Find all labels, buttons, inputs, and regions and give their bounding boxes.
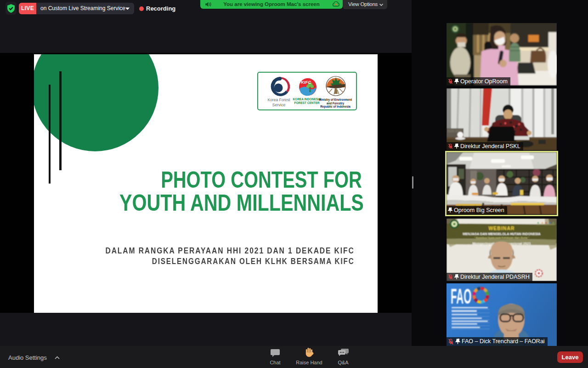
svg-text:KOREA INDONESIA: KOREA INDONESIA — [293, 98, 321, 101]
svg-text:KIFC: KIFC — [301, 80, 311, 85]
svg-text:▲: ▲ — [552, 221, 555, 224]
svg-text:▲: ▲ — [544, 221, 548, 224]
svg-text:FAO: FAO — [451, 284, 471, 308]
svg-text:WEBINAR: WEBINAR — [488, 225, 514, 231]
svg-text:Korea Forest: Korea Forest — [267, 98, 290, 102]
svg-text:Republic of Indonesia: Republic of Indonesia — [320, 105, 351, 109]
svg-text:▲: ▲ — [548, 221, 551, 224]
svg-text:▲: ▲ — [537, 221, 540, 224]
svg-text:" Kontribusi Nyata pada Kehidu: " Kontribusi Nyata pada Kehidupan Alam D… — [475, 236, 530, 239]
svg-text:▲: ▲ — [541, 221, 544, 224]
svg-text:FOREST CENTER: FOREST CENTER — [294, 101, 320, 104]
svg-text:MENJAGA DAN MENGELOLA HUTAN IN: MENJAGA DAN MENGELOLA HUTAN INDONESIA — [463, 232, 540, 236]
svg-text:Service: Service — [272, 103, 286, 107]
